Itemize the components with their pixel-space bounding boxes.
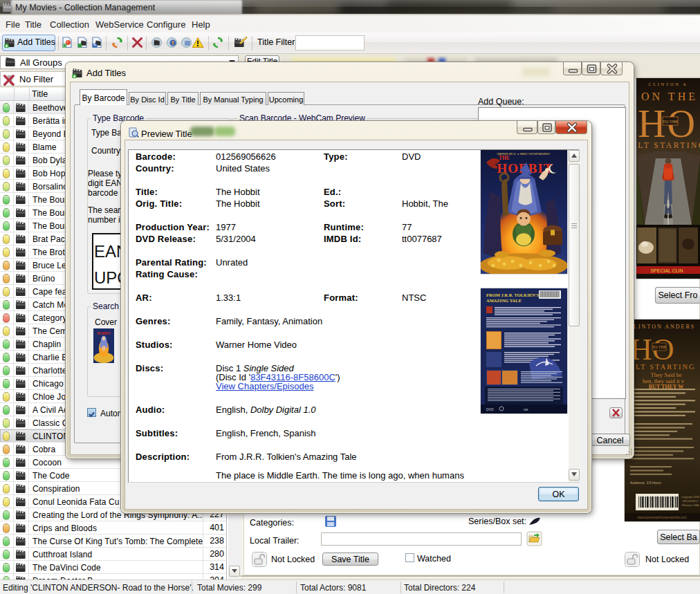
svg-text:SPECIAL CLIN: SPECIAL CLIN xyxy=(650,268,683,273)
svg-text:FROM J.R.R. TOLKIEN'S: FROM J.R.R. TOLKIEN'S xyxy=(486,293,540,297)
svg-text:CLINTON A: CLINTON A xyxy=(649,82,688,86)
svg-text:COLT STARTING: COLT STARTING xyxy=(625,363,696,371)
svg-text:WB: WB xyxy=(524,408,528,411)
svg-text:AMAZING TALE: AMAZING TALE xyxy=(486,298,522,303)
svg-text:Copyright 2003: Copyright 2003 xyxy=(681,496,699,499)
svg-text:TO THE: TO THE xyxy=(663,119,679,124)
svg-text:HOBBIT: HOBBIT xyxy=(97,331,111,335)
svg-text:DVD: DVD xyxy=(486,407,494,411)
svg-text:893-62058-2: 893-62058-2 xyxy=(683,500,698,503)
svg-text:Audience, 3.5 hours: Audience, 3.5 hours xyxy=(630,481,661,485)
svg-text:THE: THE xyxy=(499,155,510,161)
svg-text:OLT STARTING: OLT STARTING xyxy=(636,141,700,149)
svg-text:Filmed in USA: Filmed in USA xyxy=(682,504,699,507)
svg-text:CLINTON ANDERS: CLINTON ANDERS xyxy=(629,324,696,330)
svg-text:TO THE: TO THE xyxy=(652,345,667,349)
svg-text:www.downunderhorsemanship.com: www.downunderhorsemanship.com xyxy=(637,516,686,519)
svg-text:ON THE: ON THE xyxy=(641,91,698,102)
